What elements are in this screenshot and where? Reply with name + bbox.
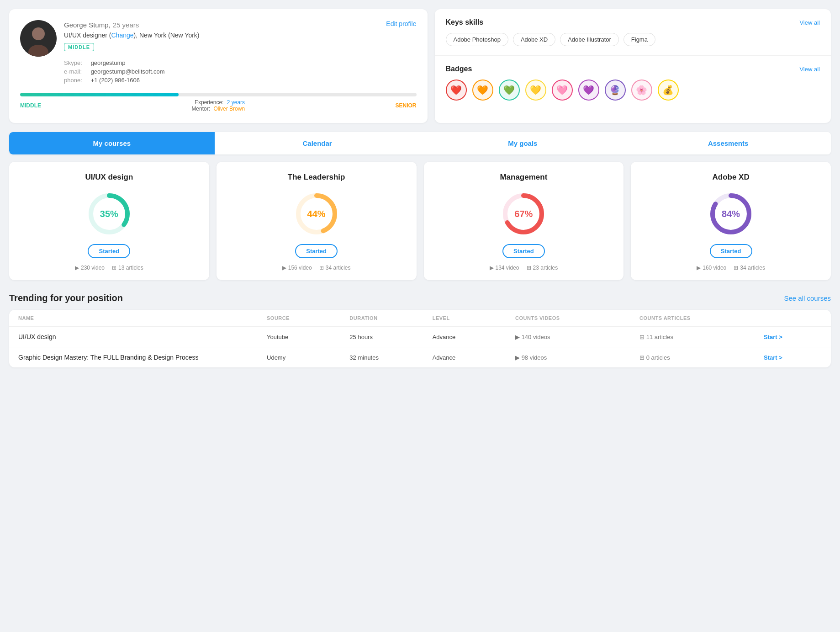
- tab-my-courses[interactable]: My courses: [9, 132, 215, 154]
- row-level-1: Advance: [433, 354, 515, 361]
- change-link[interactable]: Change: [111, 32, 134, 39]
- donut-1: 44%: [294, 191, 339, 237]
- course-videos-2: ▶ 134 video: [490, 265, 519, 271]
- courses-grid: UI/UX design 35% Started ▶ 230 video ⊞ 1…: [9, 162, 831, 280]
- course-articles-0: ⊞ 13 articles: [112, 265, 143, 271]
- badges-header: Badges View all: [446, 65, 820, 73]
- badge-icon-5: 💜: [578, 80, 599, 101]
- table-col-3: LEVEL: [433, 315, 515, 321]
- table-col-0: NAME: [18, 315, 267, 321]
- course-card-0: UI/UX design 35% Started ▶ 230 video ⊞ 1…: [9, 162, 209, 280]
- table-row: Graphic Design Mastery: The FULL Brandin…: [9, 347, 831, 367]
- see-all-courses-link[interactable]: See all courses: [784, 294, 831, 302]
- row-source-1: Udemy: [267, 354, 349, 361]
- badge-icon-3: 💛: [525, 80, 546, 101]
- trending-title: Trending for your position: [9, 293, 123, 303]
- course-meta-2: ▶ 134 video ⊞ 23 articles: [433, 265, 615, 271]
- skill-tag: Figma: [623, 33, 655, 46]
- badge-icon-2: 💚: [499, 80, 520, 101]
- row-source-0: Youtube: [267, 334, 349, 340]
- edit-profile-link[interactable]: Edit profile: [386, 20, 416, 27]
- progress-section: MIDDLE Experience: 2 years Mentor: Olive…: [20, 93, 417, 112]
- donut-2: 67%: [501, 191, 546, 237]
- course-meta-1: ▶ 156 video ⊞ 34 articles: [226, 265, 407, 271]
- started-btn-0[interactable]: Started: [88, 244, 130, 258]
- tab-assessments[interactable]: Assesments: [625, 132, 831, 154]
- skill-tags: Adobe Photoshop Adobe XD Adobe Illustrat…: [446, 33, 820, 46]
- progress-meta: Experience: 2 years Mentor: Oliver Brown: [191, 99, 245, 112]
- label-middle: MIDDLE: [20, 102, 41, 109]
- tab-my-goals[interactable]: My goals: [420, 132, 626, 154]
- donut-label-0: 35%: [100, 209, 118, 219]
- course-card-1: The Leadership 44% Started ▶ 156 video ⊞…: [217, 162, 417, 280]
- row-duration-1: 32 minutes: [349, 354, 432, 361]
- skills-section: Keys skills View all Adobe Photoshop Ado…: [435, 9, 831, 56]
- started-btn-1[interactable]: Started: [295, 244, 338, 258]
- course-articles-3: ⊞ 34 articles: [734, 265, 765, 271]
- row-articles-0: ⊞ 11 articles: [639, 334, 764, 340]
- table-header: NAMESOURCEDURATIONLEVELCOUNTS VIDEOSCOUN…: [9, 310, 831, 327]
- skills-header: Keys skills View all: [446, 18, 820, 27]
- level-badge: MIDDLE: [64, 43, 94, 51]
- skill-tag: Adobe Photoshop: [446, 33, 508, 46]
- trending-table: NAMESOURCEDURATIONLEVELCOUNTS VIDEOSCOUN…: [9, 310, 831, 367]
- course-title-0: UI/UX design: [18, 173, 200, 182]
- donut-label-3: 84%: [722, 209, 740, 219]
- donut-0: 35%: [86, 191, 132, 237]
- table-rows: UI/UX design Youtube 25 hours Advance ▶ …: [9, 327, 831, 367]
- course-videos-1: ▶ 156 video: [282, 265, 312, 271]
- table-col-1: SOURCE: [267, 315, 349, 321]
- course-title-2: Management: [433, 173, 615, 182]
- row-name-1: Graphic Design Mastery: The FULL Brandin…: [18, 354, 267, 361]
- table-col-6: [764, 315, 822, 321]
- row-duration-0: 25 hours: [349, 334, 432, 340]
- skill-tag: Adobe XD: [513, 33, 555, 46]
- svg-point-1: [32, 27, 45, 40]
- donut-label-1: 44%: [307, 209, 326, 219]
- avatar: [20, 20, 57, 57]
- badges-title: Badges: [446, 65, 472, 73]
- profile-contacts: Skype: georgestump e-mail: georgestump@b…: [64, 59, 200, 84]
- course-title-1: The Leadership: [226, 173, 407, 182]
- started-btn-2[interactable]: Started: [502, 244, 545, 258]
- skype-row: Skype: georgestump: [64, 59, 200, 66]
- table-col-2: DURATION: [349, 315, 432, 321]
- badge-icon-0: ❤️: [446, 80, 467, 101]
- profile-info: George Stump, 25 years UI/UX designer (C…: [64, 20, 200, 85]
- course-meta-3: ▶ 160 video ⊞ 34 articles: [640, 265, 822, 271]
- badges-section: Badges View all ❤️🧡💚💛🩷💜🔮🌸💰: [435, 56, 831, 110]
- profile-header: George Stump, 25 years UI/UX designer (C…: [20, 20, 417, 85]
- row-articles-1: ⊞ 0 articles: [639, 354, 764, 361]
- skill-tag: Adobe Illustrator: [560, 33, 619, 46]
- progress-labels: MIDDLE Experience: 2 years Mentor: Olive…: [20, 99, 417, 112]
- row-videos-0: ▶ 140 videos: [515, 334, 639, 340]
- badges-view-all[interactable]: View all: [799, 66, 820, 73]
- row-start-0[interactable]: Start >: [764, 334, 822, 340]
- course-title-3: Adobe XD: [640, 173, 822, 182]
- profile-role: UI/UX designer (Change), New York (New Y…: [64, 32, 200, 39]
- table-row: UI/UX design Youtube 25 hours Advance ▶ …: [9, 327, 831, 347]
- badge-icon-8: 💰: [658, 80, 679, 101]
- course-videos-0: ▶ 230 video: [75, 265, 105, 271]
- course-articles-2: ⊞ 23 articles: [527, 265, 558, 271]
- badge-icon-6: 🔮: [605, 80, 626, 101]
- skills-card: Keys skills View all Adobe Photoshop Ado…: [435, 9, 831, 123]
- skills-view-all[interactable]: View all: [799, 19, 820, 26]
- tab-calendar[interactable]: Calendar: [215, 132, 420, 154]
- course-card-3: Adobe XD 84% Started ▶ 160 video ⊞ 34 ar…: [631, 162, 831, 280]
- badge-icon-4: 🩷: [552, 80, 573, 101]
- mentor-link[interactable]: Oliver Brown: [213, 106, 245, 112]
- row-start-1[interactable]: Start >: [764, 354, 822, 361]
- donut-label-2: 67%: [514, 209, 533, 219]
- started-btn-3[interactable]: Started: [710, 244, 752, 258]
- top-section: George Stump, 25 years UI/UX designer (C…: [9, 9, 831, 123]
- badge-icon-1: 🧡: [472, 80, 493, 101]
- progress-bar-bg: [20, 93, 417, 96]
- badge-icon-7: 🌸: [631, 80, 652, 101]
- course-videos-3: ▶ 160 video: [697, 265, 726, 271]
- phone-row: phone: +1 (202) 986-1606: [64, 77, 200, 84]
- row-name-0: UI/UX design: [18, 333, 267, 340]
- donut-3: 84%: [708, 191, 754, 237]
- skills-title: Keys skills: [446, 18, 484, 27]
- course-articles-1: ⊞ 34 articles: [319, 265, 351, 271]
